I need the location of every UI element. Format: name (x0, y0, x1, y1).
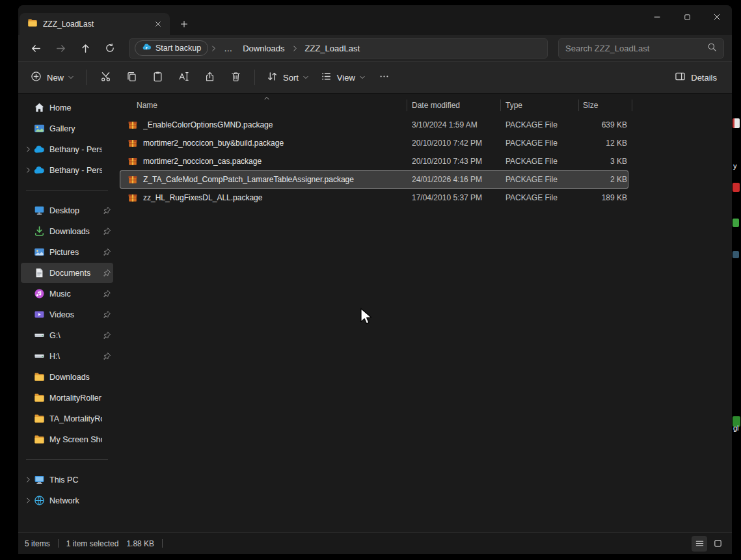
sidebar-item-h-[interactable]: H:\ (21, 346, 113, 366)
sidebar-item-bethany-personal[interactable]: Bethany - Personal (21, 160, 113, 180)
copy-icon (126, 71, 137, 84)
chevron-right-icon[interactable] (23, 497, 33, 504)
new-button[interactable]: New (25, 66, 80, 89)
back-button[interactable] (25, 38, 47, 59)
sidebar-item-videos[interactable]: Videos (21, 304, 113, 325)
breadcrumb-current[interactable]: ZZZ_LoadLast (301, 42, 365, 55)
more-options-button[interactable] (371, 66, 397, 89)
chevron-right-icon[interactable] (23, 146, 33, 153)
details-view-button[interactable] (692, 536, 707, 552)
chevron-right-icon[interactable] (23, 167, 33, 174)
scissors-icon (100, 71, 111, 84)
sidebar-item-network[interactable]: Network (21, 490, 113, 511)
close-button[interactable] (702, 5, 732, 29)
paste-button[interactable] (144, 66, 170, 89)
explorer-tab[interactable]: ZZZ_LoadLast (20, 13, 170, 35)
sidebar-item-bethany-personal[interactable]: Bethany - Personal (21, 139, 113, 159)
thispc-icon (33, 474, 46, 485)
new-tab-button[interactable] (175, 15, 193, 33)
column-divider[interactable] (407, 100, 407, 111)
cut-button[interactable] (92, 66, 118, 89)
sidebar-item-mortalityroller[interactable]: MortalityRoller (21, 388, 113, 408)
search-box[interactable] (558, 38, 724, 59)
sort-button[interactable]: Sort (261, 66, 315, 89)
breadcrumb-overflow-button[interactable]: … (219, 42, 237, 55)
details-button[interactable]: Details (669, 66, 723, 89)
sidebar-item-desktop[interactable]: Desktop (21, 200, 113, 220)
column-header-name[interactable]: Name (137, 101, 157, 110)
share-button[interactable] (196, 66, 222, 89)
sidebar-item-pictures[interactable]: Pictures (21, 242, 113, 262)
delete-button[interactable] (222, 66, 249, 89)
sidebar-item-ta-mortalityroller[interactable]: TA_MortalityRoller (21, 408, 113, 429)
sidebar-item-label: Documents (49, 269, 102, 278)
forward-button[interactable] (49, 38, 72, 59)
large-thumbnails-view-button[interactable] (710, 536, 725, 552)
sort-label: Sort (283, 73, 299, 83)
maximize-button[interactable] (672, 5, 702, 29)
status-divider (58, 539, 59, 548)
sidebar-item-home[interactable]: Home (21, 98, 113, 118)
pin-icon (102, 310, 112, 319)
search-input[interactable] (565, 44, 707, 53)
status-divider (162, 539, 163, 548)
copy-button[interactable] (118, 66, 144, 89)
tab-close-button[interactable] (150, 16, 166, 32)
rename-button[interactable] (170, 66, 196, 89)
file-row[interactable]: Z_TA_CafeMod_CompPatch_LamareTableAssign… (120, 170, 628, 189)
clipboard-icon (152, 71, 163, 84)
up-button[interactable] (74, 38, 96, 59)
chevron-right-icon[interactable] (291, 45, 299, 52)
file-row[interactable]: _EnableColorOptionsGMND.package 3/10/202… (120, 116, 628, 134)
pin-icon (102, 352, 112, 360)
folder-icon (33, 392, 46, 403)
address-bar[interactable]: Start backup … Downloads ZZZ_LoadLast (129, 38, 548, 59)
column-divider[interactable] (500, 100, 501, 111)
downloads-icon (33, 226, 46, 237)
file-type: PACKAGE File (505, 120, 576, 129)
network-icon (33, 495, 46, 506)
search-icon[interactable] (707, 42, 717, 55)
column-divider[interactable] (632, 100, 632, 111)
item-count: 5 items (25, 539, 50, 548)
file-name: zz_HL_RugFixesDL_ALL.package (143, 193, 402, 202)
plus-circle-icon (31, 71, 42, 84)
sidebar-item-downloads[interactable]: Downloads (21, 367, 113, 387)
sidebar-item-music[interactable]: Music (21, 284, 113, 304)
start-backup-button[interactable]: Start backup (135, 40, 208, 56)
file-row[interactable]: zz_HL_RugFixesDL_ALL.package 17/04/2010 … (120, 189, 628, 207)
column-divider[interactable] (578, 100, 579, 111)
sidebar-item-downloads[interactable]: Downloads (21, 221, 113, 241)
drive-icon (33, 351, 46, 362)
desktop-icon-fragment (733, 183, 740, 192)
file-list-pane[interactable]: Name Date modified Type Size _EnableColo… (116, 94, 732, 532)
view-button[interactable]: View (315, 66, 371, 89)
sort-icon (267, 71, 278, 84)
sidebar-item-documents[interactable]: Documents (21, 263, 113, 283)
file-type: PACKAGE File (505, 139, 576, 148)
minimize-button[interactable] (642, 5, 672, 29)
selection-size: 1.88 KB (126, 539, 154, 548)
file-name: mortimer2_noccicon_cas.package (143, 157, 402, 166)
sidebar-item-gallery[interactable]: Gallery (21, 118, 113, 139)
file-row[interactable]: mortimer2_noccicon_cas.package 20/10/201… (120, 152, 628, 170)
sidebar-item-label: Videos (49, 310, 102, 319)
navigation-bar: Start backup … Downloads ZZZ_LoadLast (18, 35, 732, 61)
sidebar-item-this-pc[interactable]: This PC (21, 470, 113, 490)
sidebar-item-label: H:\ (49, 352, 102, 361)
sidebar-item-g-[interactable]: G:\ (21, 325, 113, 345)
column-header-date-modified[interactable]: Date modified (412, 101, 460, 110)
sidebar-item-label: Desktop (49, 206, 102, 215)
chevron-right-icon[interactable] (209, 45, 218, 52)
chevron-right-icon[interactable] (23, 476, 33, 483)
drive-icon (33, 330, 46, 341)
column-header-size[interactable]: Size (583, 101, 598, 110)
file-row[interactable]: mortimer2_noccicon_buy&build.package 20/… (120, 134, 628, 152)
sidebar-item-my-screen-shots[interactable]: My Screen Shots (21, 429, 113, 449)
desktop-icon-fragment (733, 118, 740, 128)
breadcrumb-parent[interactable]: Downloads (238, 42, 289, 55)
toolbar-divider (86, 70, 87, 85)
content-area: Home Gallery Bethany - Personal Bethany … (18, 94, 732, 532)
refresh-button[interactable] (99, 38, 121, 59)
column-header-type[interactable]: Type (505, 101, 522, 110)
